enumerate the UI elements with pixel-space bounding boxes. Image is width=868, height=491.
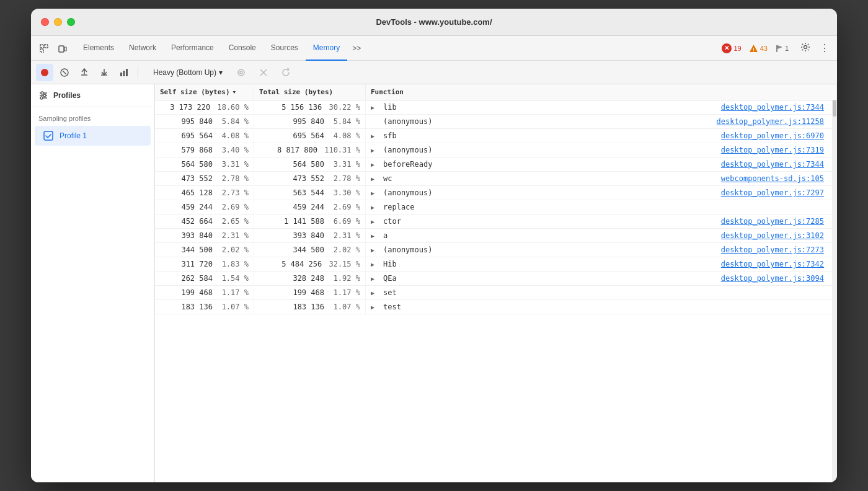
expand-arrow[interactable]: ▶	[371, 104, 378, 111]
table-row[interactable]: 465 128 2.73 %563 544 3.30 %▶(anonymous)…	[155, 186, 837, 200]
td-self-size: 473 552 2.78 %	[155, 172, 254, 185]
fn-link[interactable]: desktop_polymer.js:7285	[721, 217, 824, 226]
tabs-bar: Elements Network Performance Console Sou…	[31, 36, 837, 61]
expand-arrow[interactable]: ▶	[371, 161, 378, 168]
record-button[interactable]	[36, 64, 53, 81]
expand-arrow[interactable]: ▶	[371, 218, 378, 225]
expand-arrow[interactable]: ▶	[371, 133, 378, 139]
fn-link[interactable]: desktop_polymer.js:3102	[721, 231, 824, 240]
fn-name: beforeReady	[383, 160, 719, 169]
td-function: (anonymous)desktop_polymer.js:11258	[366, 115, 837, 128]
inspect-icon[interactable]	[36, 40, 52, 56]
td-self-size: 579 868 3.40 %	[155, 143, 254, 157]
fn-name: wc	[383, 174, 719, 183]
tab-elements[interactable]: Elements	[76, 36, 122, 61]
expand-arrow[interactable]: ▶	[371, 290, 378, 296]
svg-rect-15	[126, 69, 128, 76]
expand-arrow[interactable]: ▶	[371, 147, 378, 154]
fn-link[interactable]: desktop_polymer.js:7319	[721, 146, 824, 154]
fn-name: test	[383, 303, 831, 311]
table-row[interactable]: 452 664 2.65 %1 141 588 6.69 %▶ctordeskt…	[155, 215, 837, 229]
fn-name: (anonymous)	[383, 246, 719, 254]
tab-performance[interactable]: Performance	[164, 36, 221, 61]
expand-arrow[interactable]: ▶	[371, 247, 378, 254]
summary-button[interactable]	[115, 64, 133, 81]
expand-arrow[interactable]: ▶	[371, 204, 378, 211]
table-row[interactable]: 183 136 1.07 %183 136 1.07 %▶test	[155, 300, 837, 314]
tab-console[interactable]: Console	[221, 36, 264, 61]
td-total-size: 695 564 4.08 %	[254, 129, 366, 143]
fn-link[interactable]: desktop_polymer.js:6970	[721, 131, 824, 140]
svg-rect-14	[123, 71, 125, 76]
expand-arrow[interactable]: ▶	[371, 175, 378, 182]
svg-marker-8	[777, 45, 782, 49]
table-row[interactable]: 344 500 2.02 %344 500 2.02 %▶(anonymous)…	[155, 243, 837, 257]
fn-link[interactable]: desktop_polymer.js:7273	[721, 246, 824, 254]
td-self-size: 564 580 3.31 %	[155, 157, 254, 171]
expand-arrow[interactable]: ▶	[371, 304, 378, 311]
table-row[interactable]: 199 468 1.17 %199 468 1.17 %▶set	[155, 286, 837, 300]
fn-link[interactable]: desktop_polymer.js:11258	[717, 117, 824, 126]
profile-icon	[42, 130, 55, 142]
tab-more[interactable]: >>	[347, 36, 366, 61]
minimize-button[interactable]	[54, 18, 62, 26]
tab-memory[interactable]: Memory	[306, 36, 347, 61]
fn-link[interactable]: webcomponents-sd.js:105	[721, 174, 824, 183]
fn-link[interactable]: desktop_polymer.js:7344	[721, 103, 824, 112]
refresh-icon[interactable]	[277, 64, 294, 81]
sidebar-profiles-label: Profiles	[53, 91, 81, 100]
table-row[interactable]: 995 840 5.84 %995 840 5.84 %(anonymous)d…	[155, 115, 837, 129]
fn-name: a	[383, 231, 719, 240]
table-row[interactable]: 311 720 1.83 %5 484 256 32.15 %▶Hibdeskt…	[155, 257, 837, 272]
more-options-icon[interactable]: ⋮	[817, 40, 832, 56]
close-button[interactable]	[41, 18, 49, 26]
warning-badge[interactable]: ! 43	[749, 44, 768, 53]
td-self-size: 393 840 2.31 %	[155, 229, 254, 242]
th-total-size[interactable]: Total size (bytes)	[254, 84, 366, 100]
td-total-size: 8 817 800 110.31 %	[254, 143, 366, 157]
td-total-size: 1 141 588 6.69 %	[254, 215, 366, 228]
td-function: ▶Hibdesktop_polymer.js:7342	[366, 257, 837, 271]
device-icon[interactable]	[55, 40, 71, 56]
main-content: Profiles Sampling profiles Profile 1	[31, 84, 837, 482]
settings-icon[interactable]	[797, 39, 813, 58]
tab-network[interactable]: Network	[122, 36, 164, 61]
td-total-size: 473 552 2.78 %	[254, 172, 366, 185]
profile-1-item[interactable]: Profile 1	[35, 126, 151, 146]
upload-button[interactable]	[76, 64, 93, 81]
table-row[interactable]: 459 244 2.69 %459 244 2.69 %▶replace	[155, 200, 837, 215]
fn-link[interactable]: desktop_polymer.js:7344	[721, 160, 824, 169]
expand-arrow[interactable]: ▶	[371, 261, 378, 268]
td-total-size: 183 136 1.07 %	[254, 300, 366, 314]
fn-link[interactable]: desktop_polymer.js:3094	[721, 274, 824, 283]
table-row[interactable]: 695 564 4.08 %695 564 4.08 %▶sfbdesktop_…	[155, 129, 837, 143]
table-row[interactable]: 564 580 3.31 %564 580 3.31 %▶beforeReady…	[155, 157, 837, 172]
th-self-size[interactable]: Self size (bytes) ▾	[155, 84, 254, 100]
view-dropdown[interactable]: Heavy (Bottom Up) ▾	[148, 66, 228, 79]
error-badge[interactable]: ✕ 19	[722, 43, 741, 53]
clear-button[interactable]	[56, 64, 73, 81]
tabs-left-icons	[36, 40, 71, 56]
data-table[interactable]: Self size (bytes) ▾ Total size (bytes) F…	[155, 84, 837, 482]
focus-icon[interactable]	[232, 64, 250, 81]
svg-rect-3	[59, 46, 64, 52]
download-button[interactable]	[95, 64, 113, 81]
fn-link[interactable]: desktop_polymer.js:7342	[721, 260, 824, 268]
svg-line-12	[63, 71, 66, 74]
flag-badge[interactable]: 1	[775, 44, 789, 53]
table-header: Self size (bytes) ▾ Total size (bytes) F…	[155, 84, 837, 100]
table-row[interactable]: 473 552 2.78 %473 552 2.78 %▶wcwebcompon…	[155, 172, 837, 186]
cancel-icon[interactable]	[255, 64, 272, 81]
td-self-size: 695 564 4.08 %	[155, 129, 254, 143]
fn-link[interactable]: desktop_polymer.js:7297	[721, 188, 824, 197]
table-row[interactable]: 579 868 3.40 %8 817 800 110.31 %▶(anonym…	[155, 143, 837, 157]
expand-arrow[interactable]: ▶	[371, 190, 378, 197]
maximize-button[interactable]	[67, 18, 75, 26]
expand-arrow[interactable]: ▶	[371, 232, 378, 239]
table-row[interactable]: 3 173 220 18.60 %5 156 136 30.22 %▶libde…	[155, 100, 837, 115]
expand-arrow[interactable]: ▶	[371, 275, 378, 282]
table-row[interactable]: 262 584 1.54 %328 248 1.92 %▶QEadesktop_…	[155, 272, 837, 286]
scrollbar-track[interactable]	[832, 84, 837, 482]
tab-sources[interactable]: Sources	[264, 36, 306, 61]
table-row[interactable]: 393 840 2.31 %393 840 2.31 %▶adesktop_po…	[155, 229, 837, 243]
